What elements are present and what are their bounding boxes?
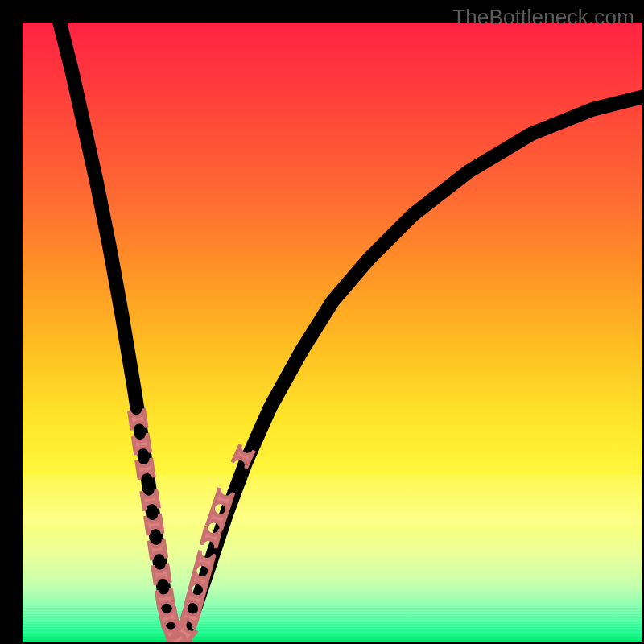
watermark-text: TheBottleneck.com: [452, 5, 634, 30]
plot-background: [23, 23, 642, 642]
bottleneck-curve-path: [60, 23, 642, 642]
chart-svg: [23, 23, 642, 642]
chart-frame: TheBottleneck.com: [0, 0, 644, 644]
